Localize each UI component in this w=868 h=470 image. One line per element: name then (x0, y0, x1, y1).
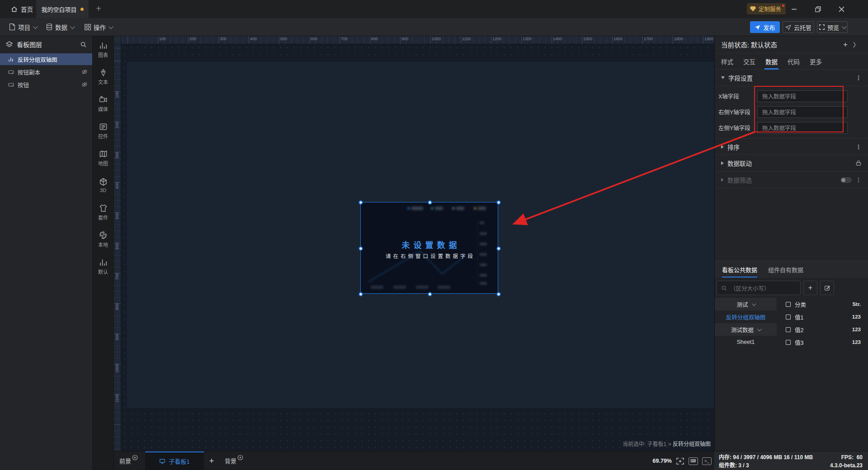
tool-map[interactable]: 地图 (93, 145, 113, 172)
resize-handle-nw[interactable] (359, 201, 363, 205)
tab-more[interactable]: 更多 (810, 53, 822, 70)
layer-item-button-copy[interactable]: 按钮副本 (0, 66, 92, 78)
field-checkbox[interactable] (786, 302, 791, 307)
tool-3d[interactable]: 3D (93, 172, 113, 199)
data-field-row[interactable]: 分类 Str. (786, 298, 868, 310)
grid-icon (85, 24, 91, 30)
x-axis-field-dropzone[interactable]: 拖入数据字段 (757, 90, 848, 102)
add-state-button[interactable]: + (840, 40, 850, 49)
canvas-area: 1002003004005006007008009001000110012001… (114, 36, 714, 451)
search-icon[interactable] (80, 41, 87, 48)
tab-code[interactable]: 代码 (788, 53, 800, 70)
right-y-axis-field-dropzone[interactable]: 拖入数据字段 (757, 106, 848, 118)
search-icon (721, 285, 727, 291)
edit-data-button[interactable] (820, 281, 834, 295)
field-row-right-y-axis: 右侧Y轴字段 拖入数据字段 (715, 104, 868, 120)
tool-text[interactable]: 文本 (93, 63, 113, 90)
data-field-row[interactable]: 值1 123 (786, 310, 868, 323)
chevron-down-icon (757, 327, 762, 331)
eye-hidden-icon[interactable] (81, 69, 88, 75)
resize-handle-sw[interactable] (359, 292, 363, 296)
home-tab[interactable]: 首页 (5, 0, 39, 18)
kebab-menu-icon[interactable]: ⋮ (855, 74, 862, 81)
menu-project[interactable]: 项目 (4, 18, 42, 36)
add-subboard-button[interactable]: + (204, 451, 219, 470)
data-field-row[interactable]: 值2 123 (786, 323, 868, 336)
selected-path: 当前选中: 子看板1 > 反转分组双轴图 (623, 440, 711, 447)
kebab-menu-icon[interactable]: ⋮ (855, 176, 862, 183)
field-checkbox[interactable] (786, 315, 791, 320)
tab-interaction[interactable]: 交互 (743, 53, 755, 70)
tab-data[interactable]: 数据 (765, 53, 778, 70)
fullscreen-icon (819, 24, 825, 30)
tab-style[interactable]: 样式 (721, 53, 733, 70)
preview-button[interactable]: 预览 (817, 21, 848, 33)
resize-handle-w[interactable] (359, 246, 363, 250)
tool-charts[interactable]: 图表 (93, 36, 113, 63)
chart-component[interactable]: 未设置数据 请在右侧窗口设置数据字段 (360, 202, 498, 294)
subboard-tab-label: 子看板1 (169, 457, 189, 465)
tool-media[interactable]: 媒体 (93, 90, 113, 118)
x-axis-field-label: X轴字段 (718, 92, 757, 100)
tool-default[interactable]: 默认 (93, 253, 113, 280)
ruler-number: 500 (115, 212, 119, 219)
field-checkbox[interactable] (786, 340, 791, 345)
subboard-tab[interactable]: 子看板1 (145, 451, 204, 470)
section-data-filter[interactable]: 数据筛选 ⋮ (715, 172, 868, 188)
lock-icon[interactable] (855, 160, 862, 166)
layer-item-chart[interactable]: 反转分组双轴图 (0, 53, 92, 65)
tab-component-own-data[interactable]: 组件自有数据 (768, 261, 803, 278)
project-tab[interactable]: 我的空白项目 (36, 0, 89, 18)
ruler-number: 1100 (115, 394, 119, 403)
field-type-badge: 123 (852, 339, 861, 345)
menu-data[interactable]: 数据 (41, 18, 79, 36)
tree-sheet-active[interactable]: 反转分组双轴图 (715, 310, 777, 323)
background-button[interactable]: 背景 (219, 451, 249, 470)
menu-operations[interactable]: 操作 (79, 18, 118, 36)
fit-screen-icon[interactable] (676, 457, 684, 465)
cloud-host-button[interactable]: 云托管 (783, 21, 814, 33)
new-tab-button[interactable]: + (93, 4, 104, 14)
minimize-button[interactable] (784, 0, 803, 18)
resize-handle-n[interactable] (428, 201, 432, 205)
ruler-number: 900 (401, 37, 408, 41)
layer-item-button[interactable]: 按钮 (0, 79, 92, 90)
data-field-row[interactable]: 值3 123 (786, 336, 868, 348)
custom-service-badge[interactable]: 定制服务 (747, 3, 786, 14)
foreground-button[interactable]: 前景 (114, 451, 143, 470)
resize-handle-se[interactable] (497, 292, 501, 296)
field-checkbox[interactable] (786, 327, 791, 332)
left-y-axis-field-dropzone[interactable]: 拖入数据字段 (757, 122, 848, 134)
tool-kit[interactable]: 套件 (93, 199, 113, 226)
add-data-button[interactable]: + (803, 281, 817, 295)
keyboard-shortcuts-icon[interactable]: ⌨ (689, 457, 698, 465)
tool-local[interactable]: 本地 (93, 226, 113, 253)
close-button[interactable] (832, 0, 851, 18)
data-search-input[interactable]: （区分大小写） (717, 281, 801, 295)
ruler-number: 800 (115, 303, 119, 310)
resize-handle-s[interactable] (428, 292, 432, 296)
tree-folder-test-data[interactable]: 测试数据 (715, 323, 777, 336)
data-filter-toggle[interactable] (840, 177, 852, 183)
resize-handle-e[interactable] (497, 246, 501, 250)
restore-button[interactable] (808, 0, 827, 18)
section-sort[interactable]: 排序 ⋮ (715, 138, 868, 155)
dashboard-workarea[interactable]: 未设置数据 请在右侧窗口设置数据字段 (121, 44, 714, 451)
kebab-menu-icon[interactable]: ⋮ (855, 143, 862, 150)
puzzle-icon (99, 231, 108, 240)
ruler-number: 1400 (553, 37, 562, 41)
resize-handle-ne[interactable] (497, 201, 501, 205)
expand-states-button[interactable]: 〉 (850, 40, 862, 49)
ruler-number: 1000 (115, 364, 119, 373)
menubar: 项目 数据 操作 发布 云托管 预览 (0, 18, 868, 36)
preview-label: 预览 (827, 23, 839, 32)
tool-controls[interactable]: 控件 (93, 118, 113, 145)
console-icon[interactable]: >_ (702, 457, 712, 465)
tree-folder-test[interactable]: 测试 (715, 298, 777, 310)
section-data-linkage[interactable]: 数据联动 (715, 155, 868, 172)
publish-button[interactable]: 发布 (750, 21, 780, 33)
tree-sheet1[interactable]: Sheet1 (715, 336, 777, 348)
eye-hidden-icon[interactable] (81, 81, 88, 88)
section-field-settings[interactable]: 字段设置 ⋮ (715, 70, 868, 86)
tab-board-shared-data[interactable]: 看板公共数据 (722, 261, 757, 278)
